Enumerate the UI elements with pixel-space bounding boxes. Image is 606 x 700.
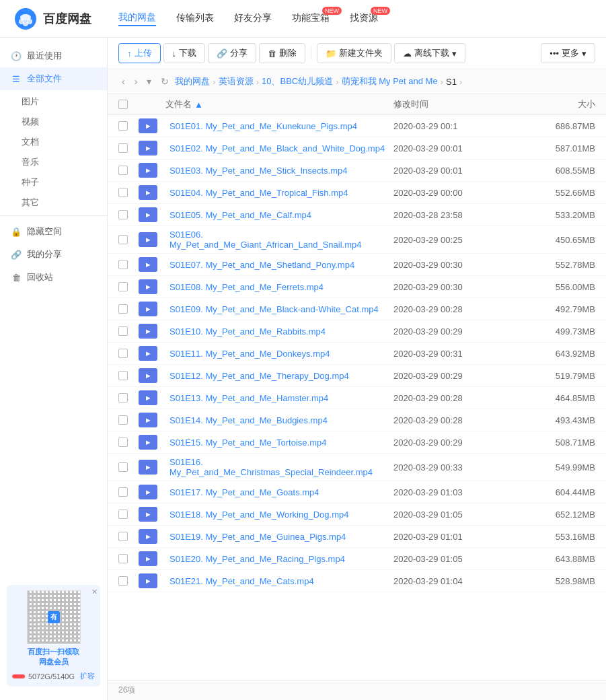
row-checkbox[interactable] bbox=[118, 438, 139, 447]
sidebar-item-videos[interactable]: 视频 bbox=[0, 110, 107, 131]
table-row[interactable]: ▶ S01E15. My_Pet_and_Me_Tortoise.mp4 202… bbox=[108, 431, 606, 454]
row-checkbox[interactable] bbox=[118, 121, 139, 131]
file-name[interactable]: S01E04. My_Pet_and_Me_Tropical_Fish.mp4 bbox=[165, 188, 393, 198]
file-name[interactable]: S01E19. My_Pet_and_Me_Guinea_Pigs.mp4 bbox=[165, 532, 393, 542]
row-checkbox[interactable] bbox=[118, 554, 139, 563]
table-row[interactable]: ▶ S01E20. My_Pet_and_Me_Racing_Pigs.mp4 … bbox=[108, 548, 606, 570]
sidebar-item-recent[interactable]: 🕐 最近使用 bbox=[0, 44, 107, 67]
breadcrumb-dropdown-button[interactable]: ▾ bbox=[143, 75, 155, 88]
file-name[interactable]: S01E17. My_Pet_and_Me_Goats.mp4 bbox=[165, 487, 393, 497]
qr-close-button[interactable]: ✕ bbox=[91, 588, 98, 596]
breadcrumb-level-3[interactable]: 萌宠和我 My Pet and Me bbox=[342, 75, 438, 88]
table-row[interactable]: ▶ S01E13. My_Pet_and_Me_Hamster.mp4 2020… bbox=[108, 387, 606, 409]
sidebar-item-hidden-space[interactable]: 🔒 隐藏空间 bbox=[0, 220, 107, 243]
more-button[interactable]: ••• 更多 ▾ bbox=[541, 43, 595, 63]
row-checkbox[interactable] bbox=[118, 260, 139, 269]
row-checkbox[interactable] bbox=[118, 415, 139, 425]
breadcrumb-forward-button[interactable]: › bbox=[131, 75, 141, 88]
row-checkbox[interactable] bbox=[118, 532, 139, 541]
name-col-header[interactable]: 文件名 ▲ bbox=[165, 98, 393, 110]
nav-my-drive[interactable]: 我的网盘 bbox=[118, 11, 156, 26]
table-row[interactable]: ▶ S01E10. My_Pet_and_Me_Rabbits.mp4 2020… bbox=[108, 320, 606, 343]
sidebar-item-other[interactable]: 其它 bbox=[0, 191, 107, 211]
breadcrumb-level-2[interactable]: 10、BBC幼儿频道 bbox=[262, 75, 333, 88]
breadcrumb-level-1[interactable]: 英语资源 bbox=[219, 75, 254, 88]
share-button[interactable]: 🔗 分享 bbox=[208, 43, 256, 63]
file-name[interactable]: S01E10. My_Pet_and_Me_Rabbits.mp4 bbox=[165, 326, 393, 337]
row-checkbox[interactable] bbox=[118, 576, 139, 586]
delete-button[interactable]: 🗑 删除 bbox=[259, 43, 305, 63]
file-name[interactable]: S01E20. My_Pet_and_Me_Racing_Pigs.mp4 bbox=[165, 554, 393, 564]
table-row[interactable]: ▶ S01E14. My_Pet_and_Me_Budgies.mp4 2020… bbox=[108, 409, 606, 431]
table-row[interactable]: ▶ S01E08. My_Pet_and_Me_Ferrets.mp4 2020… bbox=[108, 276, 606, 298]
file-name[interactable]: S01E21. My_Pet_and_Me_Cats.mp4 bbox=[165, 576, 393, 586]
sidebar-item-torrents[interactable]: 种子 bbox=[0, 171, 107, 191]
sidebar-item-all-files[interactable]: ☰ 全部文件 bbox=[0, 67, 107, 90]
table-row[interactable]: ▶ S01E09. My_Pet_and_Me_Black-and-White_… bbox=[108, 298, 606, 320]
file-name[interactable]: S01E13. My_Pet_and_Me_Hamster.mp4 bbox=[165, 393, 393, 403]
breadcrumb-back-button[interactable]: ‹ bbox=[118, 75, 128, 88]
file-name[interactable]: S01E09. My_Pet_and_Me_Black-and-White_Ca… bbox=[165, 304, 393, 314]
table-row[interactable]: ▶ S01E11. My_Pet_and_Me_Donkeys.mp4 2020… bbox=[108, 343, 606, 365]
row-checkbox[interactable] bbox=[118, 510, 139, 519]
file-name[interactable]: S01E08. My_Pet_and_Me_Ferrets.mp4 bbox=[165, 282, 393, 292]
row-checkbox[interactable] bbox=[118, 462, 139, 472]
file-name[interactable]: S01E14. My_Pet_and_Me_Budgies.mp4 bbox=[165, 415, 393, 425]
table-row[interactable]: ▶ S01E21. My_Pet_and_Me_Cats.mp4 2020-03… bbox=[108, 570, 606, 592]
nav-transfer[interactable]: 传输列表 bbox=[176, 12, 214, 26]
file-name[interactable]: S01E15. My_Pet_and_Me_Tortoise.mp4 bbox=[165, 438, 393, 448]
row-checkbox[interactable] bbox=[118, 371, 139, 380]
file-name[interactable]: S01E18. My_Pet_and_Me_Working_Dog.mp4 bbox=[165, 510, 393, 520]
file-name[interactable]: S01E12. My_Pet_and_Me_Therapy_Dog.mp4 bbox=[165, 371, 393, 381]
row-checkbox[interactable] bbox=[118, 188, 139, 197]
sidebar-item-my-share[interactable]: 🔗 我的分享 bbox=[0, 243, 107, 266]
file-name[interactable]: S01E16. My_Pet_and_Me_Christmas_Special_… bbox=[165, 457, 393, 477]
row-checkbox[interactable] bbox=[118, 487, 139, 497]
table-row[interactable]: ▶ S01E06. My_Pet_and_Me_Giant_African_La… bbox=[108, 226, 606, 254]
table-row[interactable]: ▶ S01E03. My_Pet_and_Me_Stick_Insects.mp… bbox=[108, 160, 606, 182]
new-folder-button[interactable]: 📁 新建文件夹 bbox=[317, 43, 391, 63]
table-row[interactable]: ▶ S01E12. My_Pet_and_Me_Therapy_Dog.mp4 … bbox=[108, 365, 606, 387]
row-checkbox[interactable] bbox=[118, 304, 139, 314]
select-all-checkbox[interactable] bbox=[118, 100, 139, 109]
table-row[interactable]: ▶ S01E18. My_Pet_and_Me_Working_Dog.mp4 … bbox=[108, 503, 606, 526]
file-name[interactable]: S01E02. My_Pet_and_Me_Black_and_White_Do… bbox=[165, 143, 393, 153]
sidebar-item-recycle[interactable]: 🗑 回收站 bbox=[0, 266, 107, 289]
file-name[interactable]: S01E05. My_Pet_and_Me_Calf.mp4 bbox=[165, 210, 393, 220]
table-row[interactable]: ▶ S01E05. My_Pet_and_Me_Calf.mp4 2020-03… bbox=[108, 204, 606, 226]
nav-toolbox[interactable]: 功能宝箱 NEW bbox=[292, 12, 330, 26]
table-row[interactable]: ▶ S01E02. My_Pet_and_Me_Black_and_White_… bbox=[108, 137, 606, 160]
row-checkbox[interactable] bbox=[118, 349, 139, 358]
table-row[interactable]: ▶ S01E04. My_Pet_and_Me_Tropical_Fish.mp… bbox=[108, 182, 606, 204]
table-row[interactable]: ▶ S01E16. My_Pet_and_Me_Christmas_Specia… bbox=[108, 454, 606, 481]
date-col-header[interactable]: 修改时间 bbox=[393, 98, 515, 110]
nav-find-resource[interactable]: 找资源 NEW bbox=[350, 12, 378, 26]
table-row[interactable]: ▶ S01E07. My_Pet_and_Me_Shetland_Pony.mp… bbox=[108, 254, 606, 276]
file-name[interactable]: S01E01. My_Pet_and_Me_Kunekune_Pigs.mp4 bbox=[165, 121, 393, 131]
file-name[interactable]: S01E03. My_Pet_and_Me_Stick_Insects.mp4 bbox=[165, 166, 393, 176]
offline-download-button[interactable]: ☁ 离线下载 ▾ bbox=[394, 43, 465, 63]
row-checkbox[interactable] bbox=[118, 235, 139, 244]
file-list-container[interactable]: 文件名 ▲ 修改时间 大小 ▶ S01E01. My_Pet_and_Me_Ku… bbox=[108, 94, 606, 680]
nav-friend-share[interactable]: 好友分享 bbox=[234, 12, 272, 26]
row-checkbox[interactable] bbox=[118, 393, 139, 403]
row-checkbox[interactable] bbox=[118, 282, 139, 291]
sidebar-item-pictures[interactable]: 图片 bbox=[0, 90, 107, 110]
file-name[interactable]: S01E11. My_Pet_and_Me_Donkeys.mp4 bbox=[165, 349, 393, 359]
sidebar-item-music[interactable]: 音乐 bbox=[0, 151, 107, 171]
row-checkbox[interactable] bbox=[118, 143, 139, 153]
table-row[interactable]: ▶ S01E19. My_Pet_and_Me_Guinea_Pigs.mp4 … bbox=[108, 526, 606, 548]
breadcrumb-refresh-button[interactable]: ↻ bbox=[157, 75, 172, 88]
row-checkbox[interactable] bbox=[118, 210, 139, 219]
download-button[interactable]: ↓ 下载 bbox=[163, 43, 206, 63]
row-checkbox[interactable] bbox=[118, 166, 139, 175]
file-name[interactable]: S01E06. My_Pet_and_Me_Giant_African_Land… bbox=[165, 230, 393, 250]
breadcrumb-root[interactable]: 我的网盘 bbox=[175, 75, 210, 88]
row-checkbox[interactable] bbox=[118, 326, 139, 336]
file-name[interactable]: S01E07. My_Pet_and_Me_Shetland_Pony.mp4 bbox=[165, 260, 393, 270]
sidebar-item-docs[interactable]: 文档 bbox=[0, 131, 107, 151]
table-row[interactable]: ▶ S01E17. My_Pet_and_Me_Goats.mp4 2020-0… bbox=[108, 481, 606, 503]
expand-button[interactable]: 扩容 bbox=[80, 671, 95, 681]
table-row[interactable]: ▶ S01E01. My_Pet_and_Me_Kunekune_Pigs.mp… bbox=[108, 115, 606, 137]
upload-button[interactable]: ↑ 上传 bbox=[118, 43, 161, 63]
